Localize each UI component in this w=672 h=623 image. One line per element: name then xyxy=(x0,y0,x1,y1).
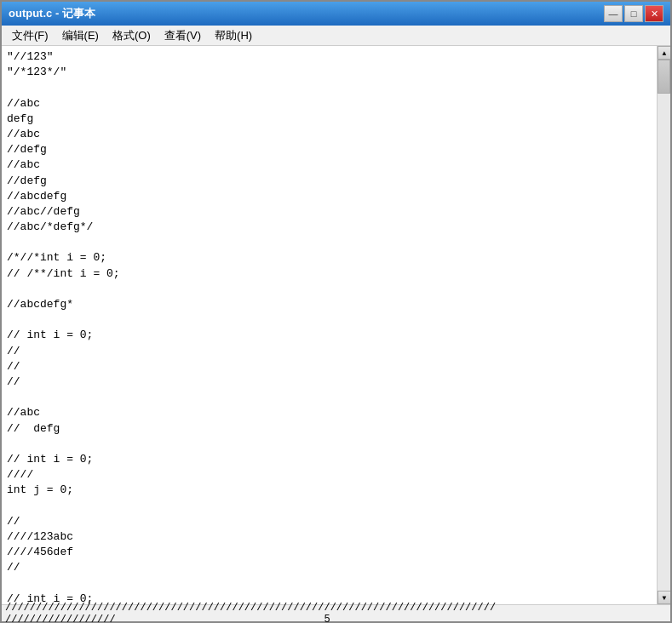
menu-file[interactable]: 文件(F) xyxy=(5,26,55,45)
window-title: output.c - 记事本 xyxy=(9,6,95,21)
title-bar: output.c - 记事本 — □ ✕ xyxy=(2,2,670,26)
scroll-thumb[interactable] xyxy=(658,60,670,94)
status-text: ////////////////////////////////////////… xyxy=(2,602,670,624)
menu-edit[interactable]: 编辑(E) xyxy=(55,26,106,45)
menu-help[interactable]: 帮助(H) xyxy=(208,26,259,45)
close-button[interactable]: ✕ xyxy=(645,5,663,22)
menu-view[interactable]: 查看(V) xyxy=(158,26,208,45)
scroll-up-button[interactable]: ▲ xyxy=(658,46,670,60)
main-window: output.c - 记事本 — □ ✕ 文件(F) 编辑(E) 格式(O) 查… xyxy=(0,0,672,623)
maximize-button[interactable]: □ xyxy=(624,5,643,22)
minimize-button[interactable]: — xyxy=(604,5,623,22)
menu-format[interactable]: 格式(O) xyxy=(106,26,158,45)
status-bar: ////////////////////////////////////////… xyxy=(2,604,670,621)
window-controls: — □ ✕ xyxy=(604,5,663,22)
text-editor[interactable]: "//123" "/*123*/" //abc defg //abc //def… xyxy=(2,46,657,604)
vertical-scrollbar[interactable]: ▲ ▼ xyxy=(657,46,670,604)
scroll-track[interactable] xyxy=(658,60,670,591)
menu-bar: 文件(F) 编辑(E) 格式(O) 查看(V) 帮助(H) xyxy=(2,26,670,46)
content-area: "//123" "/*123*/" //abc defg //abc //def… xyxy=(2,46,670,604)
